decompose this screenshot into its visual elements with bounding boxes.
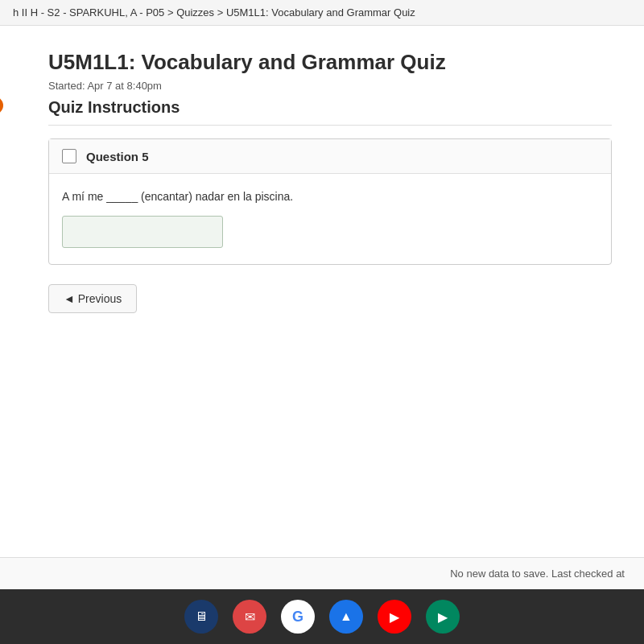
question-block: Question 5 A mí me _____ (encantar) nada… (48, 138, 612, 265)
taskbar: 🖥 ✉ G ▲ ▶ ▶ (0, 589, 644, 644)
status-bar: No new data to save. Last checked at (0, 557, 644, 589)
taskbar-icon-play[interactable]: ▶ (426, 600, 460, 634)
question-checkbox[interactable] (62, 149, 76, 163)
content-area: U5M1L1: Vocabulary and Grammar Quiz Star… (0, 26, 644, 642)
taskbar-icon-mail[interactable]: ✉ (233, 600, 266, 634)
previous-button[interactable]: ◄ Previous (48, 284, 137, 313)
quiz-title: U5M1L1: Vocabulary and Grammar Quiz (48, 50, 612, 75)
navigation-row: ◄ Previous (48, 284, 612, 313)
taskbar-icon-google[interactable]: G (281, 600, 315, 634)
question-text: A mí me _____ (encantar) nadar en la pis… (62, 190, 598, 203)
taskbar-icon-browser[interactable]: 🖥 (184, 600, 218, 634)
breadcrumb: h II H - S2 - SPARKUHL, A - P05 > Quizze… (0, 0, 644, 26)
question-header: Question 5 (49, 139, 611, 174)
question-title: Question 5 (86, 150, 149, 163)
question-body: A mí me _____ (encantar) nadar en la pis… (49, 174, 611, 264)
quiz-instructions-label: Quiz Instructions (48, 98, 612, 126)
answer-input[interactable] (62, 216, 223, 248)
taskbar-icon-youtube[interactable]: ▶ (378, 600, 411, 634)
quiz-started: Started: Apr 7 at 8:40pm (48, 80, 612, 92)
taskbar-icon-drive[interactable]: ▲ (329, 600, 363, 634)
